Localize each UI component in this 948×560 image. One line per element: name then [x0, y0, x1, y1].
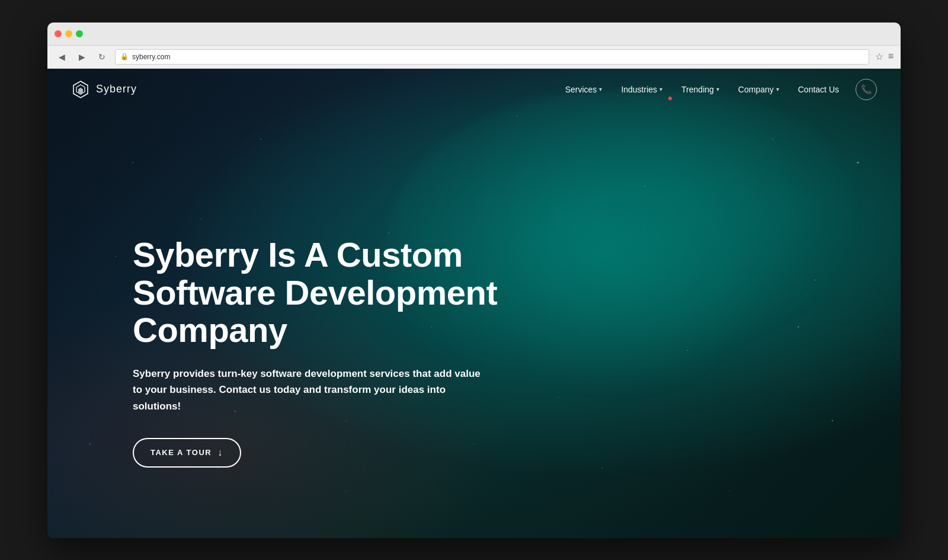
address-text: syberry.com — [132, 53, 864, 61]
services-chevron-icon: ▾ — [599, 86, 602, 92]
phone-icon: 📞 — [861, 84, 872, 95]
hero-section: Syberry Services ▾ Industries ▾ — [47, 69, 901, 538]
nav-item-company[interactable]: Company ▾ — [730, 80, 787, 99]
browser-window: ◀ ▶ ↻ 🔒 syberry.com ☆ ≡ — [47, 23, 901, 538]
company-chevron-icon: ▾ — [776, 86, 779, 92]
maximize-button[interactable] — [76, 30, 83, 37]
reload-button[interactable]: ↻ — [95, 50, 109, 64]
trending-chevron-icon: ▾ — [716, 86, 719, 92]
address-bar[interactable]: 🔒 syberry.com — [115, 49, 869, 65]
toolbar-right: ☆ ≡ — [875, 51, 893, 62]
nav-item-wrapper-industries: Industries ▾ — [613, 80, 671, 99]
hero-title: Syberry Is A Custom Software Development… — [133, 236, 547, 349]
nav-item-industries[interactable]: Industries ▾ — [613, 80, 671, 99]
nav-item-trending[interactable]: Trending ▾ — [673, 80, 728, 99]
industries-chevron-icon: ▾ — [659, 86, 662, 92]
phone-button[interactable]: 📞 — [856, 79, 877, 100]
nav-item-wrapper-company: Company ▾ — [730, 80, 787, 99]
cta-arrow-icon: ↓ — [217, 447, 223, 458]
nav-item-wrapper-contact: Contact Us — [790, 80, 847, 99]
svg-marker-2 — [78, 88, 83, 94]
logo-text: Syberry — [96, 83, 137, 95]
browser-titlebar — [47, 23, 901, 45]
bookmark-icon[interactable]: ☆ — [875, 51, 883, 62]
nav-notification-dot — [668, 97, 672, 100]
hero-content: Syberry Is A Custom Software Development… — [133, 236, 547, 468]
take-tour-button[interactable]: TAKE A TOUR ↓ — [133, 438, 241, 468]
minimize-button[interactable] — [65, 30, 72, 37]
traffic-lights — [55, 30, 83, 37]
website-content: Syberry Services ▾ Industries ▾ — [47, 69, 901, 538]
nav-item-contact[interactable]: Contact Us — [790, 80, 847, 99]
lock-icon: 🔒 — [120, 53, 129, 60]
cta-label: TAKE A TOUR — [150, 448, 212, 457]
menu-icon[interactable]: ≡ — [888, 51, 893, 62]
logo[interactable]: Syberry — [71, 80, 137, 99]
nav-item-wrapper-trending: Trending ▾ — [673, 80, 728, 99]
nav-item-services[interactable]: Services ▾ — [557, 80, 611, 99]
logo-icon — [71, 80, 90, 99]
navbar: Syberry Services ▾ Industries ▾ — [47, 69, 901, 110]
forward-button[interactable]: ▶ — [75, 50, 89, 64]
nav-links: Services ▾ Industries ▾ Trending — [557, 79, 877, 100]
browser-toolbar: ◀ ▶ ↻ 🔒 syberry.com ☆ ≡ — [47, 45, 901, 69]
close-button[interactable] — [55, 30, 62, 37]
nav-item-wrapper-services: Services ▾ — [557, 80, 611, 99]
back-button[interactable]: ◀ — [55, 50, 69, 64]
hero-subtitle: Syberry provides turn-key software devel… — [133, 366, 488, 414]
